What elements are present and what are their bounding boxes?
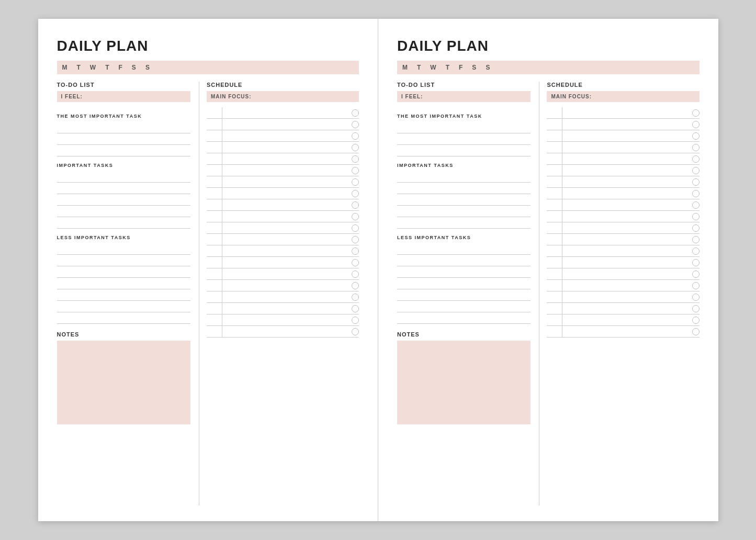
page-2-right-col: SCHEDULE MAIN FOCUS: [539,82,699,505]
task-line[interactable] [397,278,531,289]
page-1-title: DAILY PLAN [57,38,359,54]
task-line[interactable] [397,206,531,217]
task-line[interactable] [397,312,531,324]
schedule-circle[interactable] [692,294,699,301]
less-important-label-2: LESS IMPORTANT TASKS [397,235,531,240]
schedule-row [207,130,359,142]
task-line[interactable] [57,217,190,229]
schedule-circle[interactable] [352,328,359,335]
schedule-circle[interactable] [692,248,699,255]
schedule-circle[interactable] [352,155,359,163]
schedule-time [547,130,562,141]
schedule-circle[interactable] [352,201,359,209]
schedule-circle[interactable] [352,213,359,220]
schedule-row [207,291,359,303]
schedule-circle[interactable] [692,259,699,266]
schedule-row [547,188,699,199]
schedule-circle[interactable] [352,178,359,186]
task-line[interactable] [57,183,190,194]
days-row-1: M T W T F S S [57,61,359,74]
schedule-circle[interactable] [352,167,359,174]
schedule-circle[interactable] [352,248,359,255]
schedule-circle[interactable] [352,132,359,140]
schedule-circle[interactable] [352,259,359,266]
task-line[interactable] [397,255,531,266]
schedule-circle[interactable] [692,317,699,324]
schedule-time [207,234,222,245]
schedule-circle[interactable] [692,132,699,140]
schedule-circle[interactable] [692,178,699,186]
task-line[interactable] [397,183,531,194]
schedule-circle[interactable] [692,224,699,232]
task-line[interactable] [397,171,531,183]
schedule-row [207,257,359,268]
task-line[interactable] [397,133,531,145]
schedule-circle[interactable] [692,155,699,163]
important-tasks-label-1: IMPORTANT TASKS [57,163,190,168]
task-line[interactable] [57,255,190,266]
day-t-1: T [77,64,82,71]
schedule-circle[interactable] [692,144,699,151]
schedule-circle[interactable] [352,121,359,128]
schedule-header-2: SCHEDULE [547,82,699,88]
schedule-row [207,211,359,222]
schedule-circle[interactable] [352,236,359,243]
task-line[interactable] [397,194,531,206]
notes-box-2[interactable] [397,341,531,424]
task-line[interactable] [57,206,190,217]
task-line[interactable] [57,133,190,145]
task-line[interactable] [397,243,531,255]
schedule-row [547,165,699,176]
schedule-circle[interactable] [352,317,359,324]
schedule-circle[interactable] [692,109,699,117]
task-line[interactable] [397,289,531,301]
schedule-time [547,326,562,337]
schedule-time [547,303,562,314]
day-s-1: S [132,64,137,71]
schedule-time [207,199,222,210]
schedule-circle[interactable] [692,282,699,289]
book: DAILY PLAN M T W T F S S TO-DO LIST I FE… [38,19,718,521]
task-line[interactable] [397,145,531,156]
schedule-circle[interactable] [352,109,359,117]
task-line[interactable] [57,266,190,278]
schedule-circle[interactable] [692,201,699,209]
schedule-circle[interactable] [692,271,699,278]
task-line[interactable] [397,301,531,312]
schedule-circle[interactable] [692,190,699,197]
task-line[interactable] [57,145,190,156]
task-line[interactable] [57,312,190,324]
schedule-circle[interactable] [692,121,699,128]
task-line[interactable] [57,194,190,206]
task-line[interactable] [57,301,190,312]
task-line[interactable] [57,122,190,133]
schedule-circle[interactable] [692,328,699,335]
schedule-circle[interactable] [692,236,699,243]
schedule-circle[interactable] [352,271,359,278]
task-line[interactable] [57,171,190,183]
schedule-circle[interactable] [692,167,699,174]
notes-box-1[interactable] [57,341,190,424]
schedule-row [207,234,359,245]
schedule-circle[interactable] [352,224,359,232]
schedule-circle[interactable] [352,294,359,301]
schedule-row [547,291,699,303]
task-line[interactable] [397,217,531,229]
schedule-time [207,291,222,302]
schedule-circle[interactable] [352,144,359,151]
schedule-circle[interactable] [352,282,359,289]
task-line[interactable] [57,243,190,255]
day-f-2: F [459,64,464,71]
schedule-time [207,165,222,176]
schedule-circle[interactable] [692,213,699,220]
schedule-time [207,314,222,325]
schedule-time [547,234,562,245]
task-line[interactable] [397,266,531,278]
task-line[interactable] [57,289,190,301]
schedule-circle[interactable] [692,305,699,312]
task-line[interactable] [57,278,190,289]
task-line[interactable] [397,122,531,133]
day-f-1: F [119,64,123,71]
schedule-circle[interactable] [352,305,359,312]
schedule-circle[interactable] [352,190,359,197]
